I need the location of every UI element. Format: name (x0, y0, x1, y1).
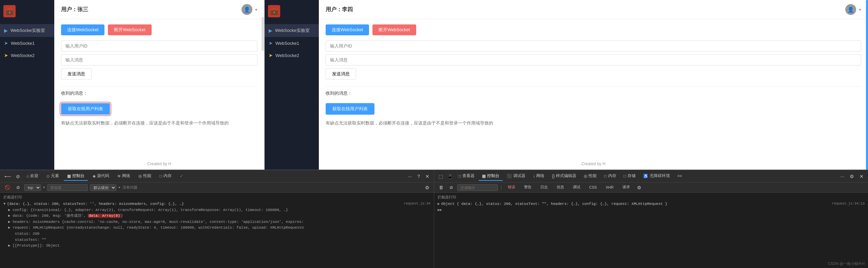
devtools-tab-console[interactable]: ▦ 控制台 (64, 172, 88, 181)
devtools-tab-performance[interactable]: ◎ 性能 (135, 172, 155, 181)
console-detail-1: ▶ config: {transitional: {…}, adapter: A… (3, 207, 430, 249)
right-tab-style-editor[interactable]: {} 样式编辑器 (548, 172, 580, 181)
sidebar-item-label: WebSocke实验室 (11, 27, 45, 34)
right-close-btn[interactable]: ✕ (858, 173, 865, 180)
csdn-footer: CSDN @一枚小蜗牛H (828, 261, 865, 266)
right-tab-memory[interactable]: □ 内存 (601, 172, 619, 181)
left-send-btn[interactable]: 发送消息 (61, 68, 92, 80)
expand-arrow-1[interactable]: ▼ (3, 201, 6, 207)
right-level-log[interactable]: 日志 (537, 183, 551, 192)
right-level-xhr[interactable]: XHR (602, 184, 617, 191)
right-trash-btn[interactable]: 🗑 (437, 184, 445, 191)
devtools-help-btn[interactable]: ? (416, 173, 422, 180)
devtools-tab-elements[interactable]: ◇ 元素 (43, 172, 62, 181)
right-userid-input[interactable] (326, 40, 861, 52)
right-interceptor-label: 拦截器打印 (438, 195, 865, 200)
right-console-settings[interactable]: ⚙ (635, 184, 643, 191)
right-mobile-btn[interactable]: 📱 (445, 173, 455, 180)
right-tab-performance[interactable]: ◎ 性能 (580, 172, 600, 181)
right-sidebar-item-label: WebSocke实验室 (275, 27, 310, 34)
right-footer: Created by H (319, 158, 868, 170)
nav-arrow-icon-1: ➤ (4, 40, 8, 46)
right-tab-viewer[interactable]: □ 查看器 (455, 172, 478, 181)
scrollbar-thumb[interactable] (262, 17, 264, 51)
right-inspect-btn[interactable]: ⬚ (437, 173, 445, 180)
right-settings-btn[interactable]: ⚙ (848, 173, 856, 180)
right-filter-btn[interactable]: ⊘ (447, 184, 455, 191)
storage-icon: □ (624, 174, 626, 178)
right-expand-arrow[interactable]: ▶ (438, 201, 440, 207)
left-disconnect-btn[interactable]: 断开WebSocket (108, 24, 151, 35)
no-issues-label: 没有问题 (122, 185, 137, 190)
left-warning-text: 有缺点无法获取实时数据，必须断开在连接，应该是由于不是和登录一个作用域导致的 (61, 120, 257, 127)
left-btn-group: 连接WebSocket 断开WebSocket (61, 24, 257, 35)
right-tab-more[interactable]: >> (674, 172, 686, 180)
top-filter-select[interactable]: top (24, 184, 41, 191)
left-get-users-btn[interactable]: 获取在线用户列表 (61, 103, 110, 115)
right-console-line-2: ▶▶ (438, 207, 865, 213)
right-disconnect-btn[interactable]: 断开WebSocket (372, 24, 416, 35)
right-tab-console[interactable]: ▦ 控制台 (479, 172, 503, 181)
home-icon: ⌂ (26, 174, 29, 178)
right-console-text-1: Object { data: {…}, status: 200, statusT… (441, 201, 828, 207)
devtools-tab-welcome[interactable]: ⌂ 欢迎 (23, 172, 42, 181)
right-filter-input[interactable] (457, 184, 498, 191)
console-text-1: {data: {…}, status: 200, statusText: '',… (7, 201, 400, 207)
right-more-btn[interactable]: ··· (838, 173, 846, 180)
sidebar-item-websocke1[interactable]: ➤ WebSocke1 (0, 37, 54, 49)
memory-icon: □ (159, 174, 162, 178)
right-tab-network[interactable]: ↓ 网络 (529, 172, 548, 181)
right-network-icon: ↓ (533, 174, 535, 178)
sidebar-item-websocke-lab[interactable]: ▶ WebSocke实验室 (0, 24, 54, 37)
console-line-1: ▼ {data: {…}, status: 200, statusText: '… (3, 201, 430, 207)
left-page-header: 用户：张三 👤 ▾ (54, 0, 264, 19)
sidebar-item-websocke2[interactable]: ➤ WebSocke2 (0, 49, 54, 61)
right-expand-arrow-2[interactable]: ▶▶ (438, 207, 442, 213)
right-console-bar: 🗑 ⊘ 错误 警告 日志 信息 调试 CSS XHR 请求 ⚙ (434, 183, 868, 193)
left-sidebar: ▶ WebSocke实验室 ➤ WebSocke1 ➤ WebSocke2 (0, 0, 54, 170)
right-sidebar-item-websocke1[interactable]: ➤ WebSocke1 (265, 37, 319, 49)
filter-input[interactable] (47, 184, 88, 191)
right-main-content: 用户：李四 👤 ▾ 连接WebSocket 断开WebSocket 发送消息 (319, 0, 868, 170)
right-sidebar: ▶ WebSocke实验室 ➤ WebSocke1 ➤ WebSocke2 (265, 0, 319, 170)
devtools-more-btn[interactable]: ··· (406, 173, 414, 180)
right-tab-storage[interactable]: □ 存储 (620, 172, 639, 181)
right-send-btn[interactable]: 发送消息 (326, 68, 356, 80)
right-more-icon: >> (677, 174, 682, 178)
console-link-1[interactable]: request.js:34 (404, 201, 430, 207)
right-level-info[interactable]: 信息 (553, 183, 567, 192)
right-message-input[interactable] (326, 54, 861, 65)
right-ws-area: 连接WebSocket 断开WebSocket 发送消息 收到的消息： 获取在线… (319, 19, 868, 158)
right-get-users-btn[interactable]: 获取在线用户列表 (326, 103, 374, 115)
level-select[interactable]: 默认级别 (90, 184, 116, 191)
right-tab-debugger[interactable]: ⬛ 调试器 (503, 172, 529, 181)
right-scrollbar[interactable] (866, 0, 868, 170)
right-user-avatar-icon: 👤 (845, 4, 856, 15)
right-console-link-1[interactable]: request.js:34:13 (832, 201, 865, 207)
devtools-stop-btn[interactable]: ⊘ (14, 173, 22, 180)
right-level-debug[interactable]: 调试 (570, 183, 584, 192)
right-level-error[interactable]: 错误 (504, 183, 519, 192)
left-devtools: ⟵ ⊘ ⌂ 欢迎 ◇ 元素 ▦ 控制台 ◈ 源代码 ≋ 网络 (0, 170, 434, 268)
left-message-input[interactable] (61, 54, 257, 65)
right-connect-btn[interactable]: 连接WebSocket (326, 24, 369, 35)
green-check-icon: ✓ (180, 174, 183, 178)
right-level-css[interactable]: CSS (586, 184, 600, 191)
right-level-request[interactable]: 请求 (619, 183, 633, 192)
console-settings-btn[interactable]: ⚙ (423, 184, 431, 191)
left-userid-input[interactable] (61, 40, 257, 52)
devtools-close-btn[interactable]: ✕ (424, 173, 431, 180)
devtools-tab-source[interactable]: ◈ 源代码 (89, 172, 113, 181)
right-level-warn[interactable]: 警告 (521, 183, 535, 192)
console-filter-btn[interactable]: ⊘ (14, 184, 22, 191)
devtools-tab-green[interactable]: ✓ (176, 172, 187, 180)
devtools-tab-memory[interactable]: □ 内存 (156, 172, 175, 181)
left-connect-btn[interactable]: 连接WebSocket (61, 24, 104, 35)
clear-console-btn[interactable]: 🚫 (3, 184, 12, 191)
right-sidebar-item-websocke2[interactable]: ➤ WebSocke2 (265, 49, 319, 61)
devtools-back-btn[interactable]: ⟵ (3, 173, 13, 180)
right-tab-accessibility[interactable]: ♿ 无障碍环境 (640, 172, 673, 181)
sidebar-item-label-1: WebSocke1 (11, 41, 35, 46)
right-sidebar-item-websocke-lab[interactable]: ▶ WebSocke实验室 (265, 24, 319, 37)
devtools-tab-network[interactable]: ≋ 网络 (114, 172, 134, 181)
